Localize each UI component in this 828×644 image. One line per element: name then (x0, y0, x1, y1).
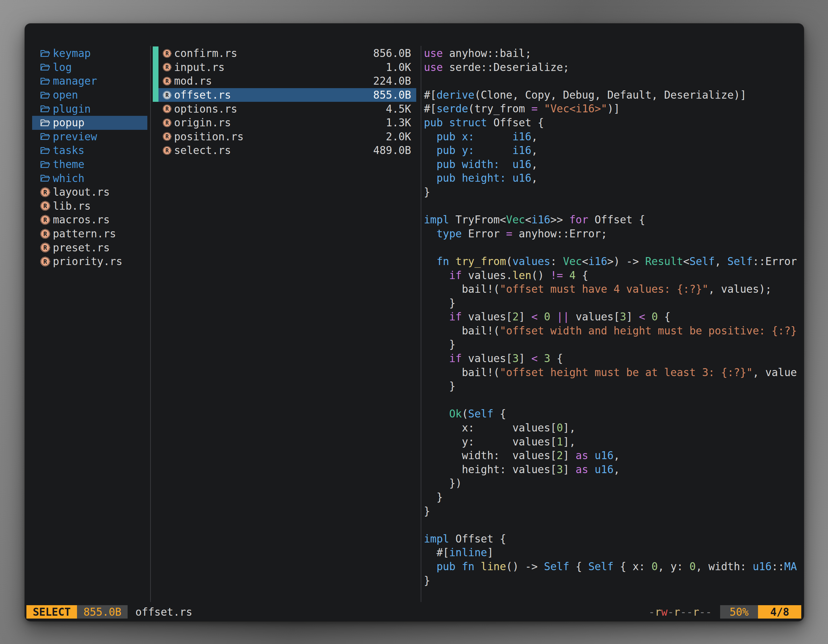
dir-row-popup[interactable]: popup (32, 116, 147, 130)
file-row-preset.rs[interactable]: Rpreset.rs (32, 241, 147, 255)
entry-label: preset.rs (53, 241, 110, 254)
dir-row-keymap[interactable]: keymap (32, 47, 147, 60)
rust-file-icon: R (162, 118, 172, 128)
dir-row-open[interactable]: open (32, 88, 147, 102)
file-row-position.rs[interactable]: Rposition.rs2.0K (153, 130, 416, 144)
entry-label: preview (53, 130, 97, 143)
file-size: 1.0K (386, 61, 411, 74)
svg-text:R: R (165, 106, 169, 112)
pane-divider-left (150, 46, 151, 602)
rust-file-icon: R (162, 146, 172, 155)
visual-select-marker (153, 88, 158, 102)
open-folder-icon (40, 145, 50, 156)
code-line: pub fn line() -> Self { Self { x: 0, y: … (424, 560, 799, 573)
file-row-options.rs[interactable]: Roptions.rs4.5K (153, 102, 416, 116)
file-row-offset.rs[interactable]: Roffset.rs855.0B (153, 88, 416, 102)
file-row-select.rs[interactable]: Rselect.rs489.0B (153, 144, 416, 158)
file-row-pattern.rs[interactable]: Rpattern.rs (32, 227, 147, 241)
open-folder-icon (40, 76, 50, 86)
code-line: pub height: u16, (424, 171, 799, 185)
file-name: confirm.rs (174, 47, 237, 60)
code-line: bail!("offset height must be at least 3:… (424, 366, 799, 379)
file-preview-pane[interactable]: use anyhow::bail;use serde::Deserialize;… (424, 47, 799, 588)
dir-row-plugin[interactable]: plugin (32, 102, 147, 116)
current-directory-pane[interactable]: Rconfirm.rs856.0BRinput.rs1.0KRmod.rs224… (153, 47, 416, 158)
open-folder-icon (40, 90, 50, 100)
dir-row-log[interactable]: log (32, 60, 147, 74)
code-line: type Error = anyhow::Error; (424, 227, 799, 241)
entry-label: log (53, 61, 72, 74)
file-row-layout.rs[interactable]: Rlayout.rs (32, 185, 147, 199)
svg-text:R: R (165, 92, 169, 98)
open-folder-icon (40, 118, 50, 128)
file-row-priority.rs[interactable]: Rpriority.rs (32, 255, 147, 268)
code-line: }) (424, 476, 799, 490)
terminal-window: keymaplogmanageropenpluginpopuppreviewta… (25, 24, 804, 621)
dir-row-manager[interactable]: manager (32, 74, 147, 88)
file-row-lib.rs[interactable]: Rlib.rs (32, 199, 147, 213)
file-name: options.rs (174, 103, 237, 115)
code-line: fn try_from(values: Vec<i16>) -> Result<… (424, 255, 799, 268)
file-row-inner: Rposition.rs2.0K (158, 130, 416, 144)
file-name: mod.rs (174, 75, 212, 87)
svg-text:R: R (43, 202, 47, 210)
code-line: Ok(Self { (424, 407, 799, 421)
dir-row-tasks[interactable]: tasks (32, 144, 147, 158)
open-folder-icon (40, 173, 50, 183)
status-bar: SELECT 855.0B offset.rs -rw-r--r-- 50% 4… (27, 605, 801, 619)
file-size: 4.5K (386, 103, 411, 115)
file-size: 855.0B (373, 89, 411, 101)
file-name: origin.rs (174, 116, 231, 129)
file-row-macros.rs[interactable]: Rmacros.rs (32, 213, 147, 227)
open-folder-icon (40, 103, 50, 114)
entry-label: tasks (53, 144, 84, 157)
code-line: impl TryFrom<Vec<i16>> for Offset { (424, 213, 799, 227)
file-name: input.rs (174, 61, 225, 74)
svg-text:R: R (43, 230, 47, 237)
pane-divider-right (421, 46, 421, 602)
svg-text:R: R (43, 188, 47, 196)
dir-row-theme[interactable]: theme (32, 158, 147, 171)
code-line (424, 241, 799, 255)
code-line: impl Offset { (424, 532, 799, 546)
code-line: x: values[0], (424, 421, 799, 435)
permissions-text: -rw-r--r-- (649, 606, 712, 618)
open-folder-icon (40, 131, 50, 142)
code-line: #[inline] (424, 546, 799, 560)
open-folder-icon (40, 159, 50, 170)
entry-label: popup (53, 116, 84, 129)
file-name: select.rs (174, 144, 231, 157)
file-row-inner: Rinput.rs1.0K (158, 60, 416, 74)
code-line: bail!("offset width and height must be p… (424, 324, 799, 338)
rust-file-icon: R (40, 242, 50, 253)
visual-select-marker (153, 74, 158, 88)
parent-directory-pane[interactable]: keymaplogmanageropenpluginpopuppreviewta… (32, 47, 147, 268)
rust-file-icon: R (40, 229, 50, 239)
file-row-origin.rs[interactable]: Rorigin.rs1.3K (153, 116, 416, 130)
code-line: } (424, 379, 799, 393)
scroll-percent-chip: 50% (720, 605, 758, 619)
code-line: if values.len() != 4 { (424, 268, 799, 282)
file-row-confirm.rs[interactable]: Rconfirm.rs856.0B (153, 47, 416, 60)
dir-row-preview[interactable]: preview (32, 130, 147, 144)
code-line: } (424, 296, 799, 310)
entry-label: open (53, 89, 78, 101)
code-line: } (424, 185, 799, 199)
entry-label: which (53, 172, 84, 185)
code-line: pub x: i16, (424, 130, 799, 144)
svg-text:R: R (43, 216, 47, 223)
code-line: } (424, 338, 799, 352)
file-size: 1.3K (386, 116, 411, 129)
code-line: pub struct Offset { (424, 116, 799, 130)
entry-label: lib.rs (53, 200, 91, 212)
file-row-mod.rs[interactable]: Rmod.rs224.0B (153, 74, 416, 88)
svg-text:R: R (165, 120, 169, 126)
file-row-input.rs[interactable]: Rinput.rs1.0K (153, 60, 416, 74)
code-line: height: values[3] as u16, (424, 463, 799, 476)
entry-label: keymap (53, 47, 91, 60)
dir-row-which[interactable]: which (32, 171, 147, 185)
code-line (424, 199, 799, 213)
rust-file-icon: R (162, 104, 172, 114)
file-row-inner: Roptions.rs4.5K (158, 102, 416, 116)
open-folder-icon (40, 48, 50, 59)
